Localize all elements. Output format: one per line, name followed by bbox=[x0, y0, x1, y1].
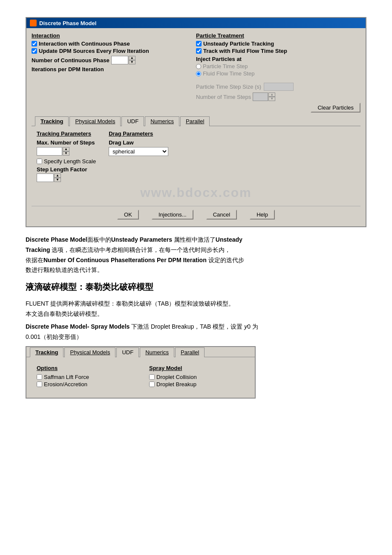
section-heading: 液滴破碎模型：泰勒类比破碎模型 bbox=[26, 281, 366, 293]
particle-time-step-label: Particle Time Step bbox=[203, 63, 248, 69]
particle-treatment-section: Particle Treatment Unsteady Particle Tra… bbox=[196, 32, 360, 113]
saffman-lift-row: Saffman Lift Force bbox=[37, 374, 132, 380]
interaction-continuous-row: Interaction with Continuous Phase bbox=[32, 40, 196, 47]
text-body-2: FLUENT 提供两种雾滴破碎模型：泰勒类比破碎（TAB）模型和波致破碎模型。本… bbox=[26, 299, 366, 342]
tab2-numerics[interactable]: Numerics bbox=[140, 347, 174, 357]
erosion-accretion-checkbox[interactable] bbox=[37, 382, 42, 387]
max-steps-down[interactable]: ▼ bbox=[63, 151, 69, 156]
fluid-flow-time-step-row: Fluid Flow Time Step bbox=[196, 70, 360, 77]
tabs-bar-1: Tracking Physical Models UDF Numerics Pa… bbox=[32, 116, 360, 126]
clear-btn-row: Clear Particles bbox=[196, 103, 360, 113]
num-continuous-up[interactable]: ▲ bbox=[129, 56, 135, 60]
max-steps-input[interactable]: 500 bbox=[37, 147, 62, 156]
dialog-title: Discrete Phase Model bbox=[39, 20, 96, 26]
tab-physical-models[interactable]: Physical Models bbox=[69, 116, 121, 126]
max-steps-up[interactable]: ▲ bbox=[63, 147, 69, 151]
para1-text1: 面板中的 bbox=[87, 236, 111, 243]
para1-bold1: Discrete Phase Model bbox=[26, 236, 87, 243]
para1-text2: 属性框中激活了 bbox=[172, 236, 216, 243]
para2-2: Discrete Phase Model- Spray Models 下激活 D… bbox=[26, 322, 366, 342]
max-steps-spinner-btns: ▲ ▼ bbox=[63, 147, 69, 156]
particle-time-step-radio[interactable] bbox=[196, 64, 201, 69]
clear-particles-button[interactable]: Clear Particles bbox=[311, 103, 360, 113]
droplet-collision-row: Droplet Collision bbox=[149, 374, 245, 380]
help-button[interactable]: Help bbox=[250, 210, 275, 220]
dialog-content: Interaction Interaction with Continuous … bbox=[26, 28, 366, 226]
specify-length-checkbox[interactable] bbox=[37, 159, 42, 164]
tab-parallel[interactable]: Parallel bbox=[180, 116, 210, 126]
unsteady-tracking-checkbox[interactable] bbox=[196, 41, 202, 46]
drag-params-col: Drag Parameters Drag Law spherical bbox=[109, 130, 168, 182]
options-col: Options Saffman Lift Force Erosion/Accre… bbox=[37, 365, 132, 388]
tab2-parallel[interactable]: Parallel bbox=[175, 347, 205, 357]
options-label: Options bbox=[37, 365, 132, 371]
text-body-1: Discrete Phase Model面板中的Unsteady Paramet… bbox=[26, 235, 366, 275]
num-time-steps-up[interactable]: ▲ bbox=[268, 92, 275, 97]
interaction-section: Interaction Interaction with Continuous … bbox=[32, 32, 196, 113]
erosion-accretion-label: Erosion/Accretion bbox=[44, 381, 87, 387]
update-dpm-label: Update DPM Sources Every Flow Iteration bbox=[39, 48, 149, 54]
iterations-label: Iterations per DPM Iteration bbox=[32, 66, 104, 72]
track-fluid-label: Track with Fluid Flow Time Step bbox=[203, 48, 287, 54]
droplet-breakup-label: Droplet Breakup bbox=[156, 381, 196, 387]
update-dpm-row: Update DPM Sources Every Flow Iteration bbox=[32, 48, 196, 54]
discrete-phase-model-dialog: Discrete Phase Model Interaction Interac… bbox=[26, 17, 366, 227]
num-continuous-label: Number of Continuous Phase bbox=[32, 57, 110, 64]
num-time-steps-spinner: 1 ▲ ▼ bbox=[253, 92, 275, 101]
specify-length-row: Specify Length Scale bbox=[37, 158, 96, 165]
particle-time-step-row: Particle Time Step bbox=[196, 63, 360, 69]
para1-bold4: Number Of Continuous PhaseIterations Per… bbox=[43, 257, 207, 263]
tracking-params-title: Tracking Parameters bbox=[37, 130, 96, 137]
saffman-lift-checkbox[interactable] bbox=[37, 374, 42, 380]
inject-label: Inject Particles at bbox=[196, 56, 360, 62]
dialog-top-row: Interaction Interaction with Continuous … bbox=[32, 32, 360, 113]
tab2-physical-models[interactable]: Physical Models bbox=[64, 347, 115, 357]
droplet-breakup-checkbox[interactable] bbox=[149, 382, 155, 387]
spray-model-label: Spray Model bbox=[149, 365, 245, 371]
num-continuous-input[interactable]: 10 bbox=[111, 56, 128, 64]
cancel-button[interactable]: Cancel bbox=[206, 210, 237, 220]
num-continuous-down[interactable]: ▼ bbox=[129, 60, 135, 64]
droplet-collision-checkbox[interactable] bbox=[149, 374, 155, 380]
step-length-label: Step Length Factor bbox=[37, 166, 96, 173]
num-time-steps-down[interactable]: ▼ bbox=[268, 97, 275, 101]
drag-params-title: Drag Parameters bbox=[109, 130, 168, 137]
tracking-params-col: Tracking Parameters Max. Number of Steps… bbox=[37, 130, 96, 182]
track-fluid-checkbox[interactable] bbox=[196, 48, 202, 54]
step-length-up[interactable]: ▲ bbox=[54, 173, 61, 178]
update-dpm-checkbox[interactable] bbox=[32, 48, 37, 54]
num-time-steps-label: Number of Time Steps bbox=[196, 94, 251, 100]
droplet-breakup-row: Droplet Breakup bbox=[149, 381, 245, 387]
tab-tracking[interactable]: Tracking bbox=[35, 116, 69, 126]
unsteady-tracking-label: Unsteady Particle Tracking bbox=[203, 40, 274, 47]
injections-button[interactable]: Injections... bbox=[152, 210, 193, 220]
interaction-continuous-checkbox[interactable] bbox=[32, 41, 37, 46]
tab-udf[interactable]: UDF bbox=[121, 116, 144, 126]
num-time-steps-row: Number of Time Steps 1 ▲ ▼ bbox=[196, 92, 360, 101]
dialog-icon bbox=[30, 20, 37, 26]
fluid-flow-time-step-label: Fluid Flow Time Step bbox=[203, 70, 254, 77]
dialog-bottom-buttons: OK Injections... Cancel Help bbox=[32, 206, 360, 223]
particle-time-step-size-input[interactable]: 0.001 bbox=[264, 83, 294, 91]
tab-numerics[interactable]: Numerics bbox=[145, 116, 179, 126]
step-length-spinner-btns: ▲ ▼ bbox=[54, 173, 61, 182]
particle-time-step-size-row: Particle Time Step Size (s) 0.001 bbox=[196, 83, 360, 91]
track-fluid-row: Track with Fluid Flow Time Step bbox=[196, 48, 360, 54]
erosion-accretion-row: Erosion/Accretion bbox=[37, 381, 132, 387]
num-time-steps-input[interactable]: 1 bbox=[253, 92, 268, 101]
para2-1: FLUENT 提供两种雾滴破碎模型：泰勒类比破碎（TAB）模型和波致破碎模型。本… bbox=[26, 299, 366, 319]
ok-button[interactable]: OK bbox=[117, 210, 139, 220]
tabs-bar-2: Tracking Physical Models UDF Numerics Pa… bbox=[26, 347, 255, 357]
para1: Discrete Phase Model面板中的Unsteady Paramet… bbox=[26, 235, 366, 275]
tab2-udf[interactable]: UDF bbox=[116, 347, 139, 357]
dialog-titlebar: Discrete Phase Model bbox=[26, 18, 366, 28]
tab2-tracking[interactable]: Tracking bbox=[30, 347, 63, 357]
interaction-continuous-label: Interaction with Continuous Phase bbox=[39, 40, 130, 47]
step-length-down[interactable]: ▼ bbox=[54, 178, 61, 182]
drag-law-select[interactable]: spherical bbox=[109, 147, 168, 156]
step-length-input[interactable]: 5 bbox=[37, 173, 54, 182]
tracking-tab-content: Tracking Parameters Max. Number of Steps… bbox=[32, 126, 360, 206]
fluid-flow-time-step-radio[interactable] bbox=[196, 71, 201, 76]
particle-time-step-size-label: Particle Time Step Size (s) bbox=[196, 84, 261, 90]
num-continuous-spinner-btns: ▲ ▼ bbox=[129, 56, 135, 64]
